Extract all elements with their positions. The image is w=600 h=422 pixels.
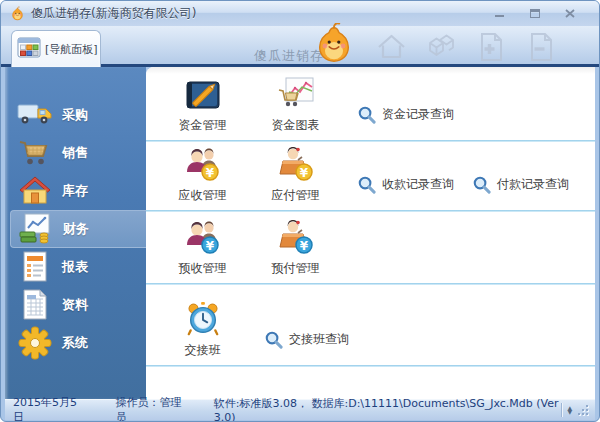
advance-receipt-management-label: 预收管理	[156, 260, 249, 277]
receivable-management-button[interactable]: ¥应收管理	[156, 146, 249, 204]
home-icon[interactable]	[375, 31, 408, 63]
payment-record-query-label: 付款记录查询	[497, 176, 569, 193]
finance-row-3: ¥预收管理¥预付管理	[146, 212, 595, 283]
status-date: 2015年5月5日	[13, 395, 83, 422]
shift-handover-label: 交接班	[156, 342, 249, 359]
cubes-icon[interactable]	[425, 31, 458, 63]
finance-row-4: 交接班交接班查询	[146, 285, 595, 365]
shift-handover-button[interactable]: 交接班	[156, 301, 249, 359]
search-icon	[264, 330, 283, 349]
sidebar-item-label: 销售	[62, 144, 88, 162]
chart-icon	[277, 76, 315, 112]
people-gold-coin-icon: ¥	[183, 146, 223, 182]
sidebar-item-label: 财务	[63, 220, 89, 238]
finance-panel: 资金管理资金图表资金记录查询¥应收管理¥应付管理收款记录查询付款记录查询¥预收管…	[146, 67, 595, 399]
finance-row-2: ¥应收管理¥应付管理收款记录查询付款记录查询	[146, 142, 595, 210]
sidebar-item-finance[interactable]: 财务	[10, 210, 146, 248]
truck-icon	[17, 97, 53, 133]
advance-payment-management-label: 预付管理	[249, 260, 342, 277]
window-title: 傻瓜进销存(新海商贸有限公司)	[31, 5, 196, 22]
sidebar-item-data[interactable]: 资料	[10, 286, 146, 324]
title-bar: 傻瓜进销存(新海商贸有限公司)	[1, 1, 599, 26]
fund-management-label: 资金管理	[156, 117, 249, 134]
sidebar: 采购销售库存财务报表资料系统	[5, 67, 146, 399]
fund-record-query-label: 资金记录查询	[382, 106, 454, 123]
cart-icon	[17, 135, 53, 171]
fund-management-button[interactable]: 资金管理	[156, 78, 249, 134]
alarm-clock-icon	[185, 301, 221, 337]
close-button[interactable]	[557, 6, 583, 21]
sidebar-item-label: 采购	[62, 106, 88, 124]
svg-text:¥: ¥	[205, 239, 214, 253]
ledger-icon	[184, 78, 222, 112]
fund-record-query-link[interactable]: 资金记录查询	[357, 105, 454, 124]
nav-panel-button[interactable]: [导航面板]	[11, 30, 101, 67]
page-add-icon[interactable]	[475, 31, 508, 63]
people-blue-coin-icon: ¥	[183, 219, 223, 255]
minimize-button[interactable]	[487, 6, 513, 21]
svg-text:¥: ¥	[205, 166, 214, 180]
payment-record-query-link[interactable]: 付款记录查询	[472, 175, 569, 194]
fund-chart-label: 资金图表	[249, 117, 342, 134]
receipt-record-query-label: 收款记录查询	[382, 176, 454, 193]
fund-chart-button[interactable]: 资金图表	[249, 76, 342, 134]
svg-text:¥: ¥	[299, 166, 308, 180]
window-controls	[487, 6, 591, 21]
sheet-icon	[17, 287, 53, 323]
nav-panel-label: [导航面板]	[45, 42, 98, 57]
finance-row-1: 资金管理资金图表资金记录查询	[146, 74, 595, 140]
app-window: 傻瓜进销存(新海商贸有限公司) [导航面板] 傻瓜进销存 采购销售库存财务报表资…	[0, 0, 600, 422]
report-icon	[17, 249, 53, 285]
finance-icon	[18, 211, 54, 247]
status-software: 软件:标准版3.08， 数据库:D:\11111\Documents\SG_Jx…	[214, 396, 562, 422]
house-icon	[17, 173, 53, 209]
sidebar-item-sales[interactable]: 销售	[10, 134, 146, 172]
resize-grip-icon[interactable]	[577, 404, 589, 416]
sidebar-item-label: 资料	[62, 296, 88, 314]
status-bar: 2015年5月5日 操作员：管理员 软件:标准版3.08， 数据库:D:\111…	[5, 399, 595, 420]
status-operator: 操作员：管理员	[115, 395, 187, 422]
sidebar-item-inventory[interactable]: 库存	[10, 172, 146, 210]
search-icon	[357, 175, 376, 194]
mascot-icon	[302, 23, 366, 65]
minimize-icon	[495, 9, 505, 18]
gear-icon	[17, 325, 53, 361]
maximize-icon	[530, 9, 540, 18]
receivable-management-label: 应收管理	[156, 187, 249, 204]
status-separator	[561, 403, 562, 417]
sidebar-item-reports[interactable]: 报表	[10, 248, 146, 286]
sidebar-item-label: 库存	[62, 182, 88, 200]
desk-gold-coin-icon: ¥	[276, 146, 316, 182]
search-icon	[472, 175, 491, 194]
sidebar-item-label: 系统	[62, 334, 88, 352]
spinner-icon[interactable]: ▲▼	[567, 406, 572, 414]
svg-text:¥: ¥	[299, 239, 308, 253]
shift-handover-query-label: 交接班查询	[289, 331, 349, 348]
row-divider	[146, 365, 595, 367]
desk-blue-coin-icon: ¥	[276, 219, 316, 255]
search-icon	[357, 105, 376, 124]
sidebar-item-label: 报表	[62, 258, 88, 276]
maximize-button[interactable]	[522, 6, 548, 21]
app-logo-icon	[9, 6, 26, 22]
page-remove-icon[interactable]	[525, 31, 558, 63]
advance-payment-management-button[interactable]: ¥预付管理	[249, 219, 342, 277]
sidebar-item-system[interactable]: 系统	[10, 324, 146, 362]
close-icon	[565, 9, 575, 18]
advance-receipt-management-button[interactable]: ¥预收管理	[156, 219, 249, 277]
payable-management-button[interactable]: ¥应付管理	[249, 146, 342, 204]
payable-management-label: 应付管理	[249, 187, 342, 204]
shift-handover-query-link[interactable]: 交接班查询	[264, 330, 349, 349]
nav-grid-icon	[17, 37, 41, 62]
body: 采购销售库存财务报表资料系统 资金管理资金图表资金记录查询¥应收管理¥应付管理收…	[5, 67, 595, 399]
receipt-record-query-link[interactable]: 收款记录查询	[357, 175, 454, 194]
sidebar-item-purchase[interactable]: 采购	[10, 96, 146, 134]
toolbar: [导航面板] 傻瓜进销存	[1, 26, 599, 67]
